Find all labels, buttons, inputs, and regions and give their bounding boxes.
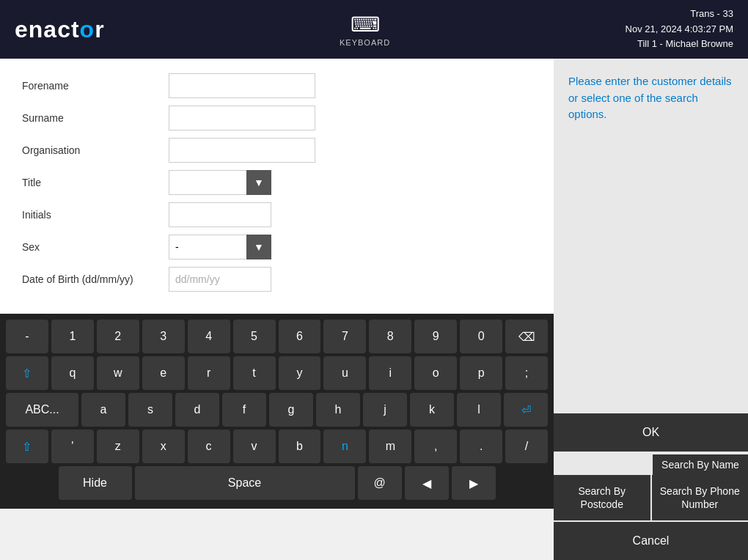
initials-row: Initials <box>22 202 532 227</box>
initials-label: Initials <box>22 209 169 221</box>
organisation-input[interactable] <box>169 138 315 163</box>
customer-prompt: Please enter the customer details or sel… <box>568 73 733 123</box>
main-area: Forename Surname Organisation Title Mr M… <box>0 59 748 560</box>
search-postcode-button[interactable]: Search By Postcode <box>554 475 650 520</box>
key-q[interactable]: q <box>51 356 94 390</box>
key-abc[interactable]: ABC... <box>6 393 78 427</box>
keyboard-row-1: - 1 2 3 4 5 6 7 8 9 0 ⌫ <box>6 320 548 353</box>
till-info: Till 1 - Michael Browne <box>626 37 733 52</box>
search-buttons-row: Search By Postcode Search By Phone Numbe… <box>554 475 748 520</box>
key-f[interactable]: f <box>222 393 266 427</box>
cancel-button[interactable]: Cancel <box>554 522 748 560</box>
forename-row: Forename <box>22 73 532 98</box>
key-m[interactable]: m <box>369 430 411 463</box>
keyboard-row-3: ABC... a s d f g h j k l ⏎ <box>6 393 548 427</box>
key-dash[interactable]: - <box>6 320 48 353</box>
right-buttons: OK Search By Name Search By Postcode Sea… <box>554 413 748 560</box>
keyboard-label: KEYBOARD <box>340 38 390 47</box>
customer-form: Forename Surname Organisation Title Mr M… <box>0 59 554 314</box>
search-name-button[interactable]: Search By Name <box>653 454 748 475</box>
organisation-row: Organisation <box>22 138 532 163</box>
key-slash[interactable]: / <box>505 430 548 463</box>
key-left-arrow[interactable]: ◀ <box>405 466 449 500</box>
key-6[interactable]: 6 <box>279 320 321 353</box>
key-p[interactable]: p <box>460 356 502 390</box>
key-backspace[interactable]: ⌫ <box>505 320 548 353</box>
initials-input[interactable] <box>169 202 271 227</box>
key-g[interactable]: g <box>269 393 313 427</box>
keyboard-row-bottom: Hide Space @ ◀ ▶ <box>6 466 548 500</box>
forename-label: Forename <box>22 80 169 92</box>
ok-button[interactable]: OK <box>554 413 748 452</box>
key-semicolon[interactable]: ; <box>505 356 548 390</box>
keyboard-row-4: ⇧ ' z x c v b n m , . / <box>6 430 548 463</box>
dob-row: Date of Birth (dd/mm/yy) <box>22 267 532 292</box>
key-h[interactable]: h <box>316 393 360 427</box>
key-at[interactable]: @ <box>358 466 402 500</box>
key-x[interactable]: x <box>142 430 185 463</box>
dob-input[interactable] <box>169 267 271 292</box>
title-select[interactable]: Mr Mrs Ms Dr <box>169 170 271 195</box>
key-b[interactable]: b <box>279 430 321 463</box>
key-3[interactable]: 3 <box>142 320 185 353</box>
title-select-wrapper: Mr Mrs Ms Dr ▼ <box>169 170 271 195</box>
key-e[interactable]: e <box>142 356 185 390</box>
key-d[interactable]: d <box>175 393 219 427</box>
key-8[interactable]: 8 <box>369 320 411 353</box>
key-y[interactable]: y <box>279 356 321 390</box>
key-tab[interactable]: ⇧ <box>6 356 48 390</box>
surname-input[interactable] <box>169 106 315 130</box>
key-2[interactable]: 2 <box>97 320 139 353</box>
key-a[interactable]: a <box>81 393 125 427</box>
key-7[interactable]: 7 <box>323 320 366 353</box>
key-apostrophe[interactable]: ' <box>51 430 94 463</box>
key-comma[interactable]: , <box>414 430 457 463</box>
header: enactor ⌨ KEYBOARD Trans - 33 Nov 21, 20… <box>0 0 748 59</box>
key-enter[interactable]: ⏎ <box>504 393 548 427</box>
key-1[interactable]: 1 <box>51 320 94 353</box>
left-panel: Forename Surname Organisation Title Mr M… <box>0 59 554 560</box>
logo: enactor <box>15 16 105 43</box>
key-shift-left[interactable]: ⇧ <box>6 430 48 463</box>
key-hide[interactable]: Hide <box>59 466 132 500</box>
key-c[interactable]: c <box>188 430 230 463</box>
key-z[interactable]: z <box>97 430 139 463</box>
header-info: Trans - 33 Nov 21, 2024 4:03:27 PM Till … <box>626 7 733 52</box>
key-0[interactable]: 0 <box>460 320 502 353</box>
key-w[interactable]: w <box>97 356 139 390</box>
key-s[interactable]: s <box>128 393 172 427</box>
key-o[interactable]: o <box>414 356 457 390</box>
keyboard-icon: ⌨ <box>351 12 380 37</box>
key-5[interactable]: 5 <box>233 320 276 353</box>
key-n[interactable]: n <box>323 430 366 463</box>
sex-select-wrapper: - M F ▼ <box>169 235 271 259</box>
key-t[interactable]: t <box>233 356 276 390</box>
datetime-info: Nov 21, 2024 4:03:27 PM <box>626 22 733 37</box>
title-row: Title Mr Mrs Ms Dr ▼ <box>22 170 532 195</box>
forename-input[interactable] <box>169 73 315 98</box>
organisation-label: Organisation <box>22 144 169 156</box>
keyboard-row-2: ⇧ q w e r t y u i o p ; <box>6 356 548 390</box>
key-i[interactable]: i <box>369 356 411 390</box>
key-u[interactable]: u <box>323 356 366 390</box>
right-info-text: Please enter the customer details or sel… <box>554 59 748 413</box>
trans-info: Trans - 33 <box>626 7 733 22</box>
key-v[interactable]: v <box>233 430 276 463</box>
keyboard: - 1 2 3 4 5 6 7 8 9 0 ⌫ ⇧ q w e r t <box>0 314 554 509</box>
logo-highlight: o <box>80 16 95 43</box>
key-j[interactable]: j <box>363 393 407 427</box>
key-period[interactable]: . <box>460 430 502 463</box>
keyboard-toggle[interactable]: ⌨ KEYBOARD <box>340 12 390 47</box>
key-space[interactable]: Space <box>135 466 355 500</box>
key-l[interactable]: l <box>457 393 501 427</box>
key-9[interactable]: 9 <box>414 320 457 353</box>
surname-row: Surname <box>22 106 532 130</box>
search-phone-button[interactable]: Search By Phone Number <box>652 475 749 520</box>
sex-label: Sex <box>22 241 169 253</box>
key-right-arrow[interactable]: ▶ <box>452 466 496 500</box>
sex-select[interactable]: - M F <box>169 235 271 259</box>
surname-label: Surname <box>22 112 169 124</box>
key-r[interactable]: r <box>188 356 230 390</box>
key-k[interactable]: k <box>410 393 454 427</box>
key-4[interactable]: 4 <box>188 320 230 353</box>
